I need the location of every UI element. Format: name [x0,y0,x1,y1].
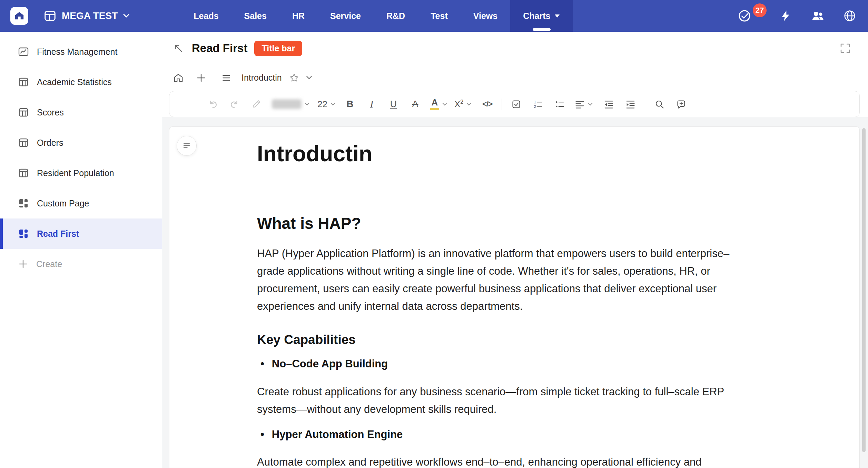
sidebar-item-read-first[interactable]: Read First [0,218,162,249]
app-icon [43,9,57,22]
nav-item-service[interactable]: Service [317,0,374,32]
dashboard-icon [18,198,29,209]
document-card: Introductin What is HAP? HAP (Hyper Appl… [169,126,860,468]
code-button[interactable]: </> [476,100,498,109]
sidebar-item-resident-population[interactable]: Resident Population [0,158,162,188]
tab-more-button[interactable] [306,75,313,80]
document-tab-label[interactable]: Introductin [241,73,282,83]
app-selector[interactable]: MEGA TEST [43,9,130,22]
font-size-select[interactable]: 22 [317,99,336,110]
new-page-button[interactable] [196,73,206,83]
fullscreen-button[interactable] [840,43,851,54]
content-panel: Read First Title bar Introductin [162,32,868,468]
home-icon [14,11,24,21]
capability-item-heading: Hyper Automation Engine [257,428,746,441]
bullet-list-button[interactable] [549,99,571,109]
align-select[interactable] [575,99,593,109]
sidebar-item-label: Fitness Management [37,47,117,57]
formatting-toolbar: 22 B I U A A X2 </> [169,91,860,117]
format-painter-icon [251,99,261,109]
tasks-button[interactable]: 27 [738,9,751,23]
indent-icon [625,99,635,109]
bold-label: B [346,99,353,110]
underline-button[interactable]: U [383,99,404,110]
home-button[interactable] [10,7,28,25]
star-icon [289,73,299,82]
indent-button[interactable] [620,99,641,109]
bullet-list-icon [555,99,565,109]
document-body[interactable]: Introductin What is HAP? HAP (Hyper Appl… [169,127,859,468]
doc-home-button[interactable] [173,73,184,83]
font-family-select[interactable] [272,99,310,109]
chevron-down-icon [123,13,130,18]
page-list-button[interactable] [221,73,231,83]
numbered-list-button[interactable]: 12 [527,99,549,109]
comment-button[interactable] [670,99,692,109]
chevron-down-icon [442,102,447,106]
chevron-down-icon [306,75,313,80]
sidebar-item-custom-page[interactable]: Custom Page [0,188,162,218]
sidebar: Fitness Management Academic Statistics S… [0,32,162,468]
table-icon [18,167,29,179]
undo-icon [208,99,218,109]
table-icon [18,137,29,148]
outdent-button[interactable] [598,99,620,109]
title-bar-badge: Title bar [254,41,302,56]
navbar-actions: 27 [738,9,856,23]
bold-button[interactable]: B [339,99,361,110]
redo-icon [229,99,240,109]
highlight-swatch [430,108,439,110]
worksheet-chart-icon [18,46,29,57]
outline-toggle-button[interactable] [177,136,197,156]
capability-item-body: Automate complex and repetitive workflow… [257,453,746,468]
undo-button[interactable] [202,99,224,109]
sidebar-item-label: Resident Population [37,168,114,178]
font-family-value [272,99,302,109]
capability-item-body: Create robust applications for any busin… [257,383,746,418]
nav-item-hr[interactable]: HR [279,0,317,32]
nav-item-test[interactable]: Test [418,0,461,32]
sidebar-item-orders[interactable]: Orders [0,128,162,158]
document-area: Introductin What is HAP? HAP (Hyper Appl… [162,117,868,468]
intro-paragraph: HAP (Hyper Application Platform) is an i… [257,245,746,315]
sidebar-item-label: Orders [37,138,63,148]
search-button[interactable] [649,99,670,109]
nav-item-views[interactable]: Views [461,0,510,32]
text-color-icon: A [430,98,439,110]
sidebar-item-fitness-management[interactable]: Fitness Management [0,37,162,67]
format-painter-button[interactable] [245,99,267,109]
menu-icon [221,73,231,83]
top-navbar: MEGA TEST Leads Sales HR Service R&D Tes… [0,0,868,32]
nav-item-sales[interactable]: Sales [231,0,279,32]
automation-button[interactable] [779,9,792,22]
outdent-icon [604,99,614,109]
collapse-arrow-icon[interactable] [173,43,184,53]
main-layout: Fitness Management Academic Statistics S… [0,32,868,468]
language-button[interactable] [843,9,856,22]
svg-text:1: 1 [534,100,536,104]
nav-item-charts[interactable]: Charts [510,0,573,32]
italic-button[interactable]: I [361,99,383,110]
sidebar-create-button[interactable]: Create [0,249,162,279]
subsection-heading: Key Capabilities [257,332,746,347]
favorite-button[interactable] [289,73,299,82]
capability-item-heading: No–Code App Building [257,357,746,371]
numbered-list-icon: 12 [533,99,543,109]
checklist-button[interactable] [505,99,527,109]
members-button[interactable] [811,9,825,23]
nav-item-rnd[interactable]: R&D [374,0,418,32]
notification-count-badge[interactable]: 27 [753,3,767,17]
sidebar-item-academic-statistics[interactable]: Academic Statistics [0,67,162,97]
redo-button[interactable] [224,99,245,109]
chevron-down-icon [304,102,310,106]
strikethrough-button[interactable]: A [404,99,426,110]
sidebar-item-label: Read First [37,229,79,239]
people-icon [811,9,825,23]
scrollbar-thumb[interactable] [862,128,866,452]
sidebar-item-scores[interactable]: Scores [0,97,162,128]
nav-item-leads[interactable]: Leads [181,0,231,32]
text-color-select[interactable]: A [430,98,447,110]
page-title: Read First [192,42,247,55]
superscript-select[interactable]: X2 [454,99,472,110]
superscript-icon: X2 [454,99,463,110]
